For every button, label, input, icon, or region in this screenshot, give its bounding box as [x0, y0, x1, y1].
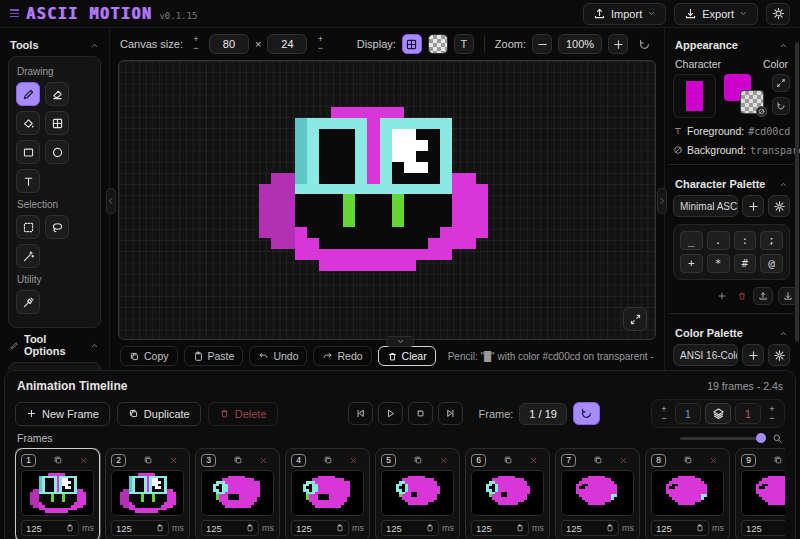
import-button[interactable]: Import	[583, 3, 666, 25]
frame-thumbnail[interactable]	[381, 470, 454, 516]
text-display-toggle[interactable]: T	[454, 34, 474, 54]
skip-to-start-button[interactable]	[348, 402, 373, 425]
collapse-left-sidebar-handle[interactable]	[106, 188, 116, 214]
frame-duration-input[interactable]: 125	[111, 520, 169, 536]
palette-character-button[interactable]: _·	[680, 231, 703, 250]
delete-char-button[interactable]	[733, 288, 750, 305]
frame-duration-input[interactable]: 125	[741, 520, 785, 536]
canvas-height-input[interactable]: 24	[267, 34, 307, 54]
appearance-section-header[interactable]: Appearance	[673, 34, 790, 56]
swap-colors-button[interactable]	[772, 74, 790, 92]
height-decrease-button[interactable]: −	[313, 44, 327, 53]
frame-duration-input[interactable]: 125	[21, 520, 79, 536]
undo-button[interactable]: Undo	[249, 346, 307, 366]
move-char-right-button[interactable]	[693, 288, 710, 305]
frame-thumbnail[interactable]	[651, 470, 724, 516]
clear-button[interactable]: Clear	[378, 346, 436, 366]
frame-duration-input[interactable]: 125	[201, 520, 259, 536]
delete-frame-icon-button[interactable]	[343, 455, 364, 466]
palette-character-button[interactable]: #·	[734, 254, 757, 273]
canvas-width-input[interactable]: 80	[209, 34, 249, 54]
frame-thumbnail[interactable]	[201, 470, 274, 516]
tool-options-section-header[interactable]: Tool Options	[8, 328, 101, 362]
eraser-tool-button[interactable]	[45, 82, 69, 106]
zoom-in-button[interactable]	[608, 34, 628, 54]
select-rect-tool-button[interactable]	[16, 215, 40, 239]
new-frame-button[interactable]: New Frame	[15, 402, 110, 426]
delete-frame-icon-button[interactable]	[73, 455, 94, 466]
palette-character-button[interactable]: *·	[707, 254, 730, 273]
redo-button[interactable]: Redo	[313, 346, 371, 366]
character-preset-select[interactable]: Minimal ASC	[673, 195, 738, 217]
text-tool-button[interactable]	[16, 169, 40, 193]
delete-frame-icon-button[interactable]	[523, 455, 544, 466]
zoom-out-button[interactable]	[532, 34, 552, 54]
delete-frame-icon-button[interactable]	[163, 455, 184, 466]
frame-card-7[interactable]: 7125ms	[555, 448, 640, 539]
stop-button[interactable]	[408, 402, 433, 425]
frame-card-6[interactable]: 6125ms	[465, 448, 550, 539]
frame-duration-input[interactable]: 125	[561, 520, 619, 536]
duplicate-frame-icon-button[interactable]	[407, 454, 429, 466]
background-swatch[interactable]	[740, 90, 764, 114]
frame-duration-input[interactable]: 125	[381, 520, 439, 536]
add-char-button[interactable]	[713, 288, 730, 305]
onion-prev-count[interactable]: 1	[675, 403, 701, 424]
color-palette-settings-button[interactable]	[768, 344, 790, 366]
duplicate-frame-icon-button[interactable]	[227, 454, 249, 466]
rectangle-tool-button[interactable]	[16, 140, 40, 164]
character-palette-settings-button[interactable]	[768, 195, 790, 217]
frame-thumbnail[interactable]	[111, 470, 184, 516]
skip-to-end-button[interactable]	[438, 402, 463, 425]
frame-thumbnail[interactable]	[21, 470, 94, 516]
collapse-timeline-handle[interactable]	[386, 336, 414, 347]
duplicate-frame-icon-button[interactable]	[137, 454, 159, 466]
character-preview[interactable]	[673, 74, 716, 118]
ellipse-tool-button[interactable]	[45, 140, 69, 164]
duplicate-frame-icon-button[interactable]	[47, 454, 69, 466]
loop-toggle-button[interactable]	[573, 402, 600, 425]
fill-bucket-tool-button[interactable]	[16, 111, 40, 135]
duplicate-frame-icon-button[interactable]	[767, 454, 785, 466]
reset-colors-button[interactable]	[772, 97, 790, 115]
slider-knob[interactable]	[756, 433, 766, 443]
delete-frame-icon-button[interactable]	[613, 455, 634, 466]
frame-thumbnail[interactable]	[561, 470, 634, 516]
fill-rect-tool-button[interactable]	[45, 111, 69, 135]
frame-duration-input[interactable]: 125	[291, 520, 349, 536]
canvas-expand-button[interactable]	[623, 307, 647, 331]
character-palette-section-header[interactable]: Character Palette	[673, 173, 790, 195]
frame-thumbnail[interactable]	[471, 470, 544, 516]
move-char-left-button[interactable]	[673, 288, 690, 305]
frame-card-9[interactable]: 9125ms	[735, 448, 785, 539]
sidebar-scrollbar[interactable]	[795, 42, 799, 342]
duplicate-frame-icon-button[interactable]	[497, 454, 519, 466]
delete-frame-icon-button[interactable]	[433, 455, 454, 466]
palette-character-button[interactable]: +·	[680, 254, 703, 273]
frame-card-1[interactable]: 1125ms	[15, 448, 100, 539]
drawing-canvas[interactable]	[118, 60, 656, 340]
frame-duration-input[interactable]: 125	[471, 520, 529, 536]
frame-duration-input[interactable]: 125	[651, 520, 709, 536]
eyedropper-tool-button[interactable]	[16, 290, 40, 314]
onion-next-count[interactable]: 1	[735, 403, 761, 424]
duplicate-frame-icon-button[interactable]	[317, 454, 339, 466]
palette-character-button[interactable]: :·	[734, 231, 757, 250]
delete-frame-icon-button[interactable]	[253, 455, 274, 466]
delete-frame-button[interactable]: Delete	[208, 402, 278, 426]
frame-card-5[interactable]: 5125ms	[375, 448, 460, 539]
add-color-palette-button[interactable]	[742, 344, 764, 366]
magic-wand-tool-button[interactable]	[16, 244, 40, 268]
tools-section-header[interactable]: Tools	[8, 34, 101, 56]
paste-button[interactable]: Paste	[184, 346, 244, 366]
frame-card-2[interactable]: 2125ms	[105, 448, 190, 539]
export-button[interactable]: Export	[674, 3, 758, 25]
palette-character-button[interactable]: @·	[760, 254, 783, 273]
duplicate-frame-icon-button[interactable]	[587, 454, 609, 466]
zoom-reset-button[interactable]	[634, 34, 654, 54]
onion-skin-toggle-button[interactable]	[705, 403, 731, 424]
color-preset-select[interactable]: ANSI 16-Colo	[673, 344, 738, 366]
upload-palette-button[interactable]	[753, 287, 773, 305]
delete-frame-icon-button[interactable]	[703, 455, 724, 466]
add-character-palette-button[interactable]	[742, 195, 764, 217]
